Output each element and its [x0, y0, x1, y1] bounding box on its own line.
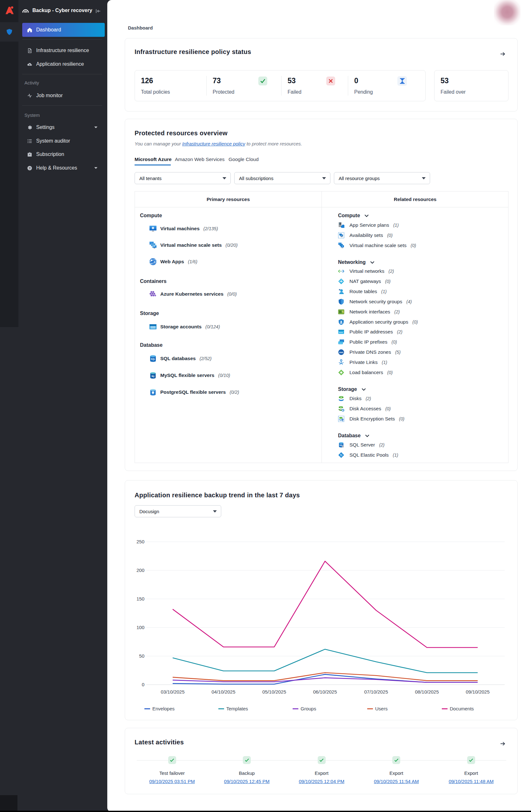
svg-text:150: 150 [136, 596, 144, 601]
svg-text:250: 250 [136, 539, 144, 544]
svg-text:DNS: DNS [339, 351, 343, 353]
svg-text:04/10/2025: 04/10/2025 [211, 689, 235, 695]
svg-text:06/10/2025: 06/10/2025 [313, 689, 337, 695]
svg-text:08/10/2025: 08/10/2025 [415, 689, 439, 695]
svg-text:50: 50 [139, 653, 144, 658]
svg-text:07/10/2025: 07/10/2025 [364, 689, 388, 695]
svg-text:?: ? [29, 166, 30, 170]
svg-text:SQL: SQL [151, 358, 155, 360]
svg-text:03/10/2025: 03/10/2025 [161, 689, 185, 695]
svg-text:0: 0 [142, 682, 144, 687]
svg-text:My: My [151, 375, 154, 378]
svg-text:09/10/2025: 09/10/2025 [466, 689, 489, 695]
svg-text:Documents: Documents [450, 706, 474, 711]
svg-text:Groups: Groups [300, 706, 316, 711]
svg-text:200: 200 [136, 567, 144, 573]
svg-text:Envelopes: Envelopes [152, 706, 175, 711]
svg-text:100: 100 [136, 625, 144, 630]
svg-text:Templates: Templates [226, 706, 248, 711]
svg-text:Users: Users [375, 706, 387, 711]
svg-text:05/10/2025: 05/10/2025 [262, 689, 286, 695]
